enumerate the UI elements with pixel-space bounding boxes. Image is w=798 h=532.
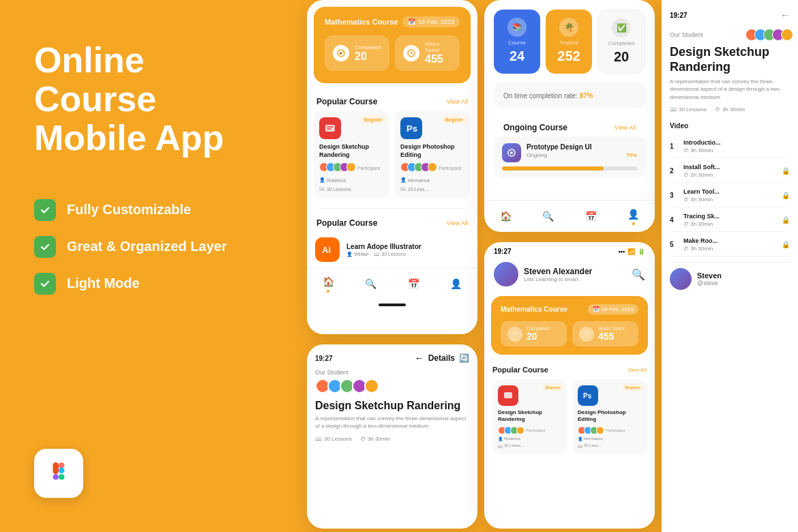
- nav-cal-2[interactable]: 📅: [584, 209, 597, 223]
- participant-avatars: [400, 162, 434, 172]
- svg-text:Ps: Ps: [583, 392, 592, 400]
- active-dot-2: [632, 222, 635, 225]
- screen1-phone: Mathematics Course 📅 16 Feb. 2023 Comple…: [307, 0, 477, 334]
- screen5-phone: 19:27 ← Our Student Design Sketchup Rand…: [662, 0, 798, 532]
- svg-text:Ps: Ps: [407, 123, 417, 134]
- svg-rect-1: [53, 474, 59, 480]
- course-icon: 📚: [507, 18, 527, 37]
- features-list: Fully Customizable Great & Organized Lay…: [34, 199, 252, 295]
- refresh-button[interactable]: 🔄: [459, 353, 469, 363]
- svg-text:Ai: Ai: [322, 245, 331, 255]
- s4-course-card-2[interactable]: Ps Beginer Design PhotoshopEditing Parti…: [572, 379, 647, 454]
- video-item-5[interactable]: 5 Make Roo... ⏱ 3h 30min 🔒: [670, 233, 790, 256]
- s4-sketchup-icon: [498, 385, 518, 406]
- nav-profile[interactable]: 👤: [449, 277, 463, 291]
- s4-completed-icon: ✓: [507, 327, 522, 342]
- search-icon-2: 🔍: [542, 209, 555, 223]
- s5-meta-row: 📖30 Lessons ⏱3h 30min: [670, 106, 790, 113]
- feature-item: Great & Organized Layer: [34, 236, 252, 258]
- participant-label: Participant: [439, 164, 461, 173]
- s4-course-lessons-2: 📖20 Less...: [578, 443, 641, 448]
- s4-participant-row-2: Participant: [578, 426, 641, 434]
- nav-calendar[interactable]: 📅: [407, 277, 420, 291]
- video-item-1[interactable]: 1 Introductio... ⏱ 3h 30min: [670, 135, 790, 158]
- video-item-3[interactable]: 3 Learn Tool... ⏱ 3h 30min 🔒: [670, 184, 790, 207]
- course-card-sketchup[interactable]: Beginer Design SketchupRandering Partici…: [314, 110, 389, 198]
- status-icons: ▪▪▪ 📶 🔋: [618, 248, 645, 255]
- svg-rect-2: [59, 462, 65, 469]
- participant-label: Participant: [357, 164, 380, 173]
- svg-point-11: [510, 151, 513, 154]
- completed-stat-card: ✅ Completed 20: [597, 10, 645, 74]
- hours-icon: [403, 45, 419, 61]
- check-icon: [34, 273, 56, 295]
- s4-courses-grid: Beginer Design SketchupRandering Partici…: [492, 379, 647, 454]
- lock-icon: 🔒: [782, 167, 790, 175]
- sketchup-icon: [319, 117, 341, 139]
- avatar-5: [364, 379, 379, 394]
- divider: [316, 208, 468, 209]
- s1-course-header: Mathematics Course 📅 16 Feb. 2023 Comple…: [314, 7, 471, 83]
- s1-date-badge: 📅 16 Feb. 2023: [402, 16, 460, 27]
- course-meta: 👤Hermanus: [400, 177, 465, 183]
- screen2-phone: 📚 Course 24 🌴 Tropical 252 ✅ Completed 2…: [484, 0, 655, 232]
- author-meta: 👤 Wildan: [346, 252, 368, 257]
- profile-nav-icon: 👤: [449, 277, 463, 291]
- completed-stat-icon: ✅: [612, 18, 631, 38]
- lock-icon-2: 🔒: [782, 192, 790, 199]
- s5-back-button[interactable]: ←: [780, 10, 790, 20]
- s4-photoshop-icon: Ps: [578, 385, 598, 406]
- nav-home-2[interactable]: 🏠: [499, 209, 512, 223]
- user-info: Steven Alexander Lets Learning to smart: [494, 262, 592, 286]
- popular-course-info: Learn Adope Illustrator 👤 Wildan 📖 30 Le…: [346, 243, 469, 257]
- course-card-photoshop[interactable]: Ps Beginer Design PhotoshopEditing Parti…: [395, 110, 471, 198]
- video-item-4[interactable]: 4 Tracing Sk... ⏱ 3h 30min 🔒: [670, 209, 790, 232]
- level-badge: Beginer: [361, 116, 385, 123]
- divider: [670, 262, 790, 263]
- course-meta: 👤Robertus: [319, 177, 384, 183]
- active-dot: [327, 290, 329, 293]
- calendar-icon-2: 📅: [584, 209, 597, 223]
- calendar-nav-icon: 📅: [407, 277, 420, 291]
- nav-home[interactable]: 🏠: [321, 275, 335, 293]
- s4-popular-section: Popular Course View All Beginer Design S…: [484, 360, 655, 457]
- ongoing-course-card[interactable]: Prototype Design UI Ongoing 75%: [494, 136, 645, 177]
- feature-text-1: Fully Customizable: [67, 202, 191, 218]
- screens-area: Mathematics Course 📅 16 Feb. 2023 Comple…: [286, 0, 798, 532]
- course-title: Design PhotoshopEditing: [400, 143, 465, 159]
- nav-search[interactable]: 🔍: [364, 277, 378, 291]
- level-badge: Beginer: [442, 116, 467, 123]
- completion-rate-text: On time completion rate: 87%: [503, 92, 593, 100]
- scroll-indicator: [379, 304, 406, 306]
- feature-text-3: Light Mode: [67, 276, 140, 291]
- course-stat-card: 📚 Course 24: [494, 10, 540, 74]
- nav-search-2[interactable]: 🔍: [542, 209, 555, 223]
- screen3-phone: 19:27 ← Details 🔄 Our Student Design Ske…: [307, 344, 477, 529]
- nav-profile-2[interactable]: 👤: [627, 207, 640, 225]
- s5-status-bar: 19:27 ←: [670, 10, 790, 20]
- feature-item: Fully Customizable: [34, 199, 252, 221]
- progress-bar: [502, 166, 637, 171]
- back-button[interactable]: ←: [415, 353, 424, 364]
- participant-avatars: [319, 162, 353, 172]
- prototype-icon: [502, 143, 521, 162]
- s3-header-actions: ← Details 🔄: [415, 353, 469, 364]
- popular-section-header: Popular Course View All: [307, 90, 477, 110]
- stats-row: 📚 Course 24 🌴 Tropical 252 ✅ Completed 2…: [494, 10, 645, 74]
- tropical-icon: 🌴: [559, 18, 578, 37]
- popular-section-header-2: Popular Course View All: [307, 211, 477, 232]
- s4-course-card-1[interactable]: Beginer Design SketchupRandering Partici…: [492, 379, 567, 454]
- s4-course-meta-2: 👤Hermanus: [578, 437, 641, 441]
- courses-grid: Beginer Design SketchupRandering Partici…: [307, 110, 477, 205]
- video-item-2[interactable]: 2 Install Soft... ⏱ 2h 30min 🔒: [670, 160, 790, 183]
- figma-badge: [34, 449, 83, 498]
- app-title: Online Course Mobile App: [34, 41, 252, 158]
- s4-orange-card: Mathematics Course 📅 16 Feb. 2023 ✓ Comp…: [491, 296, 648, 355]
- s4-hours-icon: ⏱: [579, 327, 594, 342]
- svg-rect-0: [53, 462, 59, 474]
- student-profile: Steven @steve: [670, 268, 790, 290]
- lock-icon-4: 🔒: [782, 241, 790, 248]
- popular-course-row[interactable]: Ai Learn Adope Illustrator 👤 Wildan 📖 30…: [307, 232, 477, 267]
- search-button[interactable]: 🔍: [632, 268, 645, 281]
- completion-rate-card: On time completion rate: 87%: [494, 82, 645, 108]
